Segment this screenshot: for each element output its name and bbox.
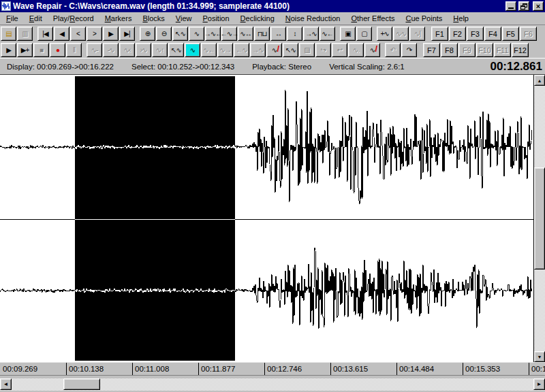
toolbar-row-1: ▤▥|◀◀<>▶▶|⊕⊖↖∿∿→∿←←∿→∿↔⊓⊔↔↕→∿∿←▣▢+∿∿∿∿|F… <box>0 25 545 42</box>
menu-cue-points[interactable]: Cue Points <box>400 13 448 24</box>
zoom-full-wave-button[interactable]: ∿ <box>189 27 204 41</box>
selection-region[interactable] <box>75 76 235 361</box>
copy-to-clipboard-button[interactable]: ▣ <box>340 27 356 41</box>
arrow-left-icon: ◄ <box>3 381 9 387</box>
stop-button: ■ <box>33 43 49 57</box>
menu-other-effects[interactable]: Other Effects <box>345 13 400 24</box>
goto-end-icon: ▶| <box>124 31 129 37</box>
undo-icon: ↶ <box>390 47 395 54</box>
redo-icon: ↷ <box>407 47 411 54</box>
menu-position[interactable]: Position <box>197 13 234 24</box>
arrow-up-icon: ▲ <box>538 78 542 83</box>
goto-start-icon: |◀ <box>42 31 48 37</box>
split-block-icon: ∿| <box>414 31 420 37</box>
zoom-selection-width-button[interactable]: →∿← <box>205 27 221 41</box>
scroll-down-button[interactable]: ▼ <box>534 351 545 362</box>
record-button[interactable]: ● <box>50 43 65 57</box>
scroll-right-button[interactable]: ► <box>533 378 545 390</box>
click-next-button: ↪ <box>315 43 331 57</box>
scroll-left-button[interactable]: < <box>70 27 86 41</box>
arrow-right-icon: ► <box>537 381 542 387</box>
block-shrink-icon: ←∿ <box>236 47 247 54</box>
vertical-scrollbar[interactable]: ▲ ▼ <box>533 75 545 362</box>
fit-height-icon: ↕ <box>294 31 296 37</box>
append-to-clipboard-button[interactable]: ▢ <box>356 27 372 41</box>
record-icon: ● <box>56 47 59 54</box>
horizontal-scrollbar-thumb[interactable] <box>63 378 100 390</box>
axis-time-label: 00:10.138 <box>69 365 104 373</box>
fkey-f8-button[interactable]: F8 <box>441 43 458 57</box>
play-loop-button: ∿- <box>87 43 102 57</box>
playback-mode-status: Playback: Stereo <box>252 63 311 71</box>
fkey-f4-button[interactable]: F4 <box>484 27 501 41</box>
axis-time-label: 00:14.484 <box>399 365 434 373</box>
play-block-end-button: ›∿ <box>136 43 151 57</box>
menu-help[interactable]: Help <box>448 13 474 24</box>
play-button[interactable]: ▶ <box>1 43 16 57</box>
zoom-out-button[interactable]: ⊖ <box>156 27 172 41</box>
repair-region-button: ▨ <box>299 43 315 57</box>
sample-view-button[interactable]: ⊓⊔ <box>254 27 270 41</box>
snap-right-edge-button[interactable]: ∿← <box>320 27 335 41</box>
goto-end-button[interactable]: ▶| <box>119 27 135 41</box>
goto-start-button[interactable]: |◀ <box>37 27 53 41</box>
menu-play-record[interactable]: Play/Record <box>48 13 99 24</box>
fit-height-button[interactable]: ↕ <box>287 27 302 41</box>
fkey-f2-button[interactable]: F2 <box>449 27 466 41</box>
fkey-f7-button[interactable]: F7 <box>423 43 440 57</box>
click-next-icon: ↪ <box>321 47 326 54</box>
zoom-in-button[interactable]: ⊕ <box>140 27 155 41</box>
minimize-button[interactable] <box>505 1 516 11</box>
inspect-click-icon: ↖∿ <box>285 47 296 54</box>
view-selected-block-button[interactable]: ∿ <box>185 43 200 57</box>
axis-tick <box>66 363 67 375</box>
inspect-click-button[interactable]: ↖∿ <box>283 43 298 57</box>
fkey-f1-button[interactable]: F1 <box>431 27 448 41</box>
play-append-button[interactable]: ▶+ <box>17 43 33 57</box>
stereo-waveform <box>0 75 533 362</box>
snap-left-edge-icon: →∿ <box>305 31 316 37</box>
select-with-pointer-button[interactable]: ↖∿ <box>168 43 184 57</box>
scroll-left-button[interactable]: ◄ <box>0 378 12 390</box>
join-blocks-button: ∿∿ <box>393 27 409 41</box>
menu-edit[interactable]: Edit <box>24 13 48 24</box>
fkey-f12-button[interactable]: F12 <box>512 43 529 57</box>
stretch-wave-button[interactable]: ∿↔ <box>238 27 253 41</box>
open-file-button[interactable]: ▤ <box>1 27 16 41</box>
scroll-right-button[interactable]: > <box>87 27 102 41</box>
mark-click-button[interactable]: ∿/ <box>266 43 282 57</box>
screen-left-button[interactable]: ◀ <box>54 27 69 41</box>
red-slash-icon: / <box>375 44 377 53</box>
vertical-scrollbar-thumb[interactable] <box>534 167 545 270</box>
scroll-up-button[interactable]: ▲ <box>534 75 545 86</box>
unmark-click-button[interactable]: ∿/ <box>364 43 380 57</box>
repair-region-icon: ▨ <box>304 47 309 54</box>
mark-click-icon: ∿ <box>272 47 277 54</box>
paste-insert-button[interactable]: +∿ <box>377 27 392 41</box>
axis-tick <box>330 363 331 375</box>
fkey-f5-button[interactable]: F5 <box>502 27 519 41</box>
unmark-click-icon: ∿ <box>370 47 375 54</box>
axis-time-label: 00:13.615 <box>333 365 368 373</box>
waveform-display[interactable]: ▲ ▼ <box>0 75 545 362</box>
zoom-selection-button[interactable]: ↖∿ <box>172 27 188 41</box>
expand-wave-button[interactable]: ←∿→ <box>221 27 237 41</box>
pause-button: ‖ <box>66 43 82 57</box>
menu-noise-reduction[interactable]: Noise Reduction <box>280 13 346 24</box>
axis-time-label: 00:11.877 <box>201 365 235 373</box>
menu-blocks[interactable]: Blocks <box>137 13 170 24</box>
close-button[interactable]: × <box>533 1 544 11</box>
menu-file[interactable]: File <box>1 13 24 24</box>
zoom-full-wave-icon: ∿ <box>194 31 199 37</box>
fkey-f6-button: F6 <box>520 27 537 41</box>
menu-declicking[interactable]: Declicking <box>235 13 280 24</box>
horizontal-scrollbar[interactable]: ◄ ► <box>0 378 545 391</box>
menu-view[interactable]: View <box>170 13 198 24</box>
snap-left-edge-button[interactable]: →∿ <box>303 27 319 41</box>
screen-right-button[interactable]: ▶ <box>103 27 119 41</box>
redo-button[interactable]: ↷ <box>401 43 417 57</box>
fkey-f3-button[interactable]: F3 <box>467 27 484 41</box>
fit-width-button[interactable]: ↔ <box>270 27 286 41</box>
menu-markers[interactable]: Markers <box>99 13 138 24</box>
restore-button[interactable] <box>518 1 529 11</box>
